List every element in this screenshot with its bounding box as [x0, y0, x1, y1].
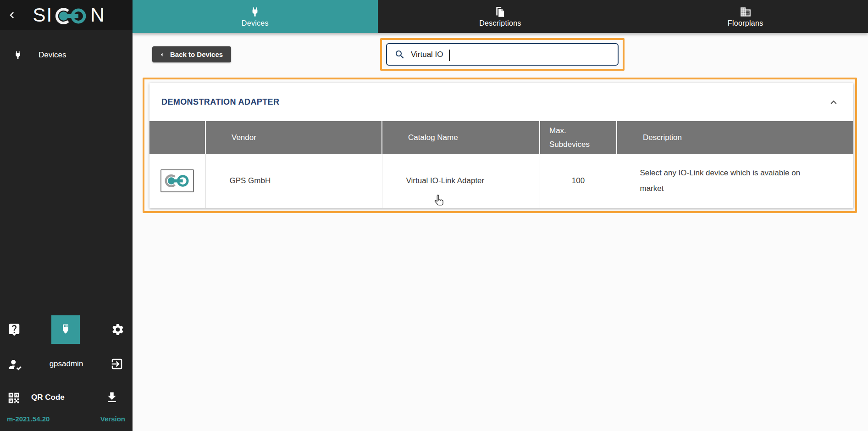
adapter-card: DEMONSTRATION ADAPTER Vendor Catalog Nam…	[149, 83, 853, 208]
logo-link-icon	[54, 6, 89, 27]
qr-code-icon	[7, 391, 21, 405]
vendor-column-header: Vendor	[205, 121, 382, 154]
sidebar-collapse-button[interactable]	[0, 9, 24, 22]
max-subdevices-column-header: Max. Subdevices	[540, 121, 617, 154]
version-label: Version	[100, 415, 125, 423]
table-highlight-box: DEMONSTRATION ADAPTER Vendor Catalog Nam…	[143, 78, 857, 213]
chevron-up-icon	[828, 96, 840, 108]
tab-descriptions[interactable]: Descriptions	[378, 0, 623, 33]
exit-icon	[110, 357, 124, 371]
version-value: m-2021.54.20	[7, 415, 50, 423]
tab-floorplans[interactable]: Floorplans	[623, 0, 868, 33]
download-button[interactable]	[105, 391, 119, 404]
settings-button[interactable]	[109, 321, 127, 338]
app-logo: SI N	[24, 4, 114, 27]
catalog-name-column-header: Catalog Name	[382, 121, 540, 154]
gear-icon	[111, 323, 125, 336]
arrow-left-icon	[158, 50, 166, 59]
text-caret	[449, 50, 450, 61]
sidebar-header: SI N	[0, 0, 133, 30]
sidebar-item-devices[interactable]: Devices	[0, 44, 133, 66]
vendor-logo	[160, 169, 194, 192]
vendor-cell: GPS GmbH	[205, 154, 382, 208]
version-row: m-2021.54.20 Version	[0, 415, 133, 423]
logout-button[interactable]	[110, 357, 124, 371]
back-to-devices-button[interactable]: Back to Devices	[152, 46, 231, 62]
building-icon	[740, 6, 752, 18]
tab-devices[interactable]: Devices	[133, 0, 378, 33]
usb-plug-icon	[58, 322, 73, 337]
download-icon	[105, 391, 119, 404]
io-link-logo-icon	[164, 173, 191, 189]
table-header-row: Vendor Catalog Name Max. Subdevices Desc…	[149, 121, 853, 154]
tab-label: Floorplans	[728, 19, 763, 28]
logo-text-si: SI	[33, 4, 53, 26]
devices-panel-button[interactable]	[51, 315, 80, 344]
chevron-left-icon	[6, 9, 18, 22]
help-icon	[7, 323, 21, 336]
qr-code-label: QR Code	[31, 393, 65, 402]
search-icon	[394, 49, 405, 60]
back-button-label: Back to Devices	[170, 50, 223, 58]
plug-icon	[13, 50, 23, 60]
tab-label: Devices	[242, 19, 269, 28]
icon-column-header	[149, 121, 205, 154]
vendor-logo-cell	[149, 154, 205, 208]
section-title: DEMONSTRATION ADAPTER	[161, 97, 279, 107]
tab-label: Descriptions	[479, 19, 521, 28]
collapse-section-button[interactable]	[828, 96, 840, 108]
search-input[interactable]	[411, 44, 618, 65]
top-tab-bar: Devices Descriptions Floorplans	[133, 0, 868, 33]
sidebar: SI N Devices	[0, 0, 133, 431]
documents-icon	[494, 6, 506, 18]
description-cell: Select any IO-Link device which is avaia…	[617, 154, 853, 208]
search-highlight-box	[380, 38, 625, 71]
description-column-header: Description	[617, 121, 853, 154]
help-button[interactable]	[6, 321, 23, 338]
search-field	[386, 43, 619, 66]
max-subdevices-cell: 100	[540, 154, 617, 208]
main-content: Back to Devices DEMONSTRATION ADAPTER	[133, 33, 868, 431]
catalog-name-cell: Virtual IO-Link Adapter	[382, 154, 540, 208]
plug-icon	[249, 6, 261, 18]
adapter-table: Vendor Catalog Name Max. Subdevices Desc…	[149, 121, 853, 208]
sidebar-item-label: Devices	[39, 50, 66, 60]
logo-text-n: N	[90, 4, 105, 26]
table-row[interactable]: GPS GmbH Virtual IO-Link Adapter 100 Sel…	[149, 154, 853, 208]
card-header: DEMONSTRATION ADAPTER	[149, 83, 853, 121]
